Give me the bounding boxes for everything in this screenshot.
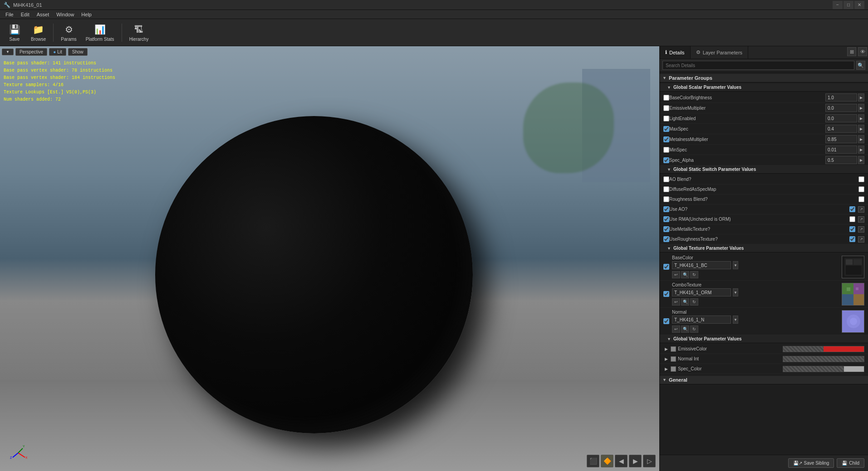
emissive-expand-icon[interactable]: ▶ [663,346,669,352]
min-spec-input[interactable] [825,146,857,154]
show-button[interactable]: Show [68,48,88,56]
menu-help[interactable]: Help [78,11,95,18]
normal-int-expand-icon[interactable]: ▶ [663,356,669,362]
normal-refresh-button[interactable]: ↻ [690,325,698,333]
use-ao-icon[interactable]: ↗ [858,206,864,213]
perspective-dropdown-button[interactable]: ▼ [2,49,14,55]
combo-texture-input[interactable] [672,288,731,296]
use-roughness-checkbox[interactable] [663,236,669,242]
use-metallic-checkbox[interactable] [663,226,669,232]
spec-alpha-input[interactable] [825,156,857,164]
perspective-button[interactable]: Perspective [15,48,47,56]
base-color-thumbnail[interactable] [842,256,864,278]
combo-reset-button[interactable]: ↩ [672,298,680,306]
roughness-blend-checkbox[interactable] [663,196,669,202]
use-roughness-switch[interactable] [849,236,855,242]
roughness-blend-switch[interactable] [858,196,864,202]
global-scalar-header[interactable]: ▼ Global Scalar Parameter Values [660,83,868,92]
lit-button[interactable]: ● Lit [49,48,66,56]
viewport-btn-5[interactable]: ▷ [643,455,656,467]
global-static-switch-header[interactable]: ▼ Global Static Switch Parameter Values [660,165,868,174]
panel-eye-button[interactable]: 👁 [858,47,867,56]
light-enabled-arrow[interactable]: ▶ [858,114,864,122]
minimize-button[interactable]: − [833,1,843,9]
spec-color-bar[interactable] [783,366,864,372]
tab-layer-parameters[interactable]: ⚙ Layer Parameters [691,46,748,58]
ao-blend-switch[interactable] [858,176,864,182]
combo-search-button[interactable]: 🔍 [681,298,689,306]
diffuse-red-checkbox[interactable] [663,186,669,192]
base-color-texture-arrow[interactable]: ▼ [733,261,738,269]
base-color-refresh-button[interactable]: ↻ [690,271,698,278]
menu-file[interactable]: File [2,11,17,18]
close-button[interactable]: ✕ [854,1,864,9]
base-color-texture-checkbox[interactable] [663,264,669,270]
global-texture-header[interactable]: ▼ Global Texture Parameter Values [660,244,868,252]
viewport-btn-1[interactable]: ⬛ [587,455,599,467]
normal-texture-checkbox[interactable] [663,318,669,324]
parameter-groups-header[interactable]: ▼ Parameter Groups [660,74,868,83]
normal-int-bar[interactable] [783,356,864,362]
normal-texture-arrow[interactable]: ▼ [733,316,738,324]
min-spec-checkbox[interactable] [663,147,669,153]
use-ao-checkbox[interactable] [663,206,669,212]
search-button[interactable]: 🔍 [856,61,865,70]
combo-thumbnail[interactable] [842,283,864,306]
viewport-btn-3[interactable]: ◀ [615,455,628,467]
base-color-brightness-arrow[interactable]: ▶ [858,93,864,102]
use-roughness-icon[interactable]: ↗ [858,236,864,243]
use-ao-switch[interactable] [849,206,855,212]
menu-asset[interactable]: Asset [33,11,53,18]
diffuse-red-switch[interactable] [858,186,864,192]
maximize-button[interactable]: □ [843,1,853,9]
base-color-brightness-input[interactable] [825,93,857,102]
general-header[interactable]: ▼ General [660,376,868,384]
params-button[interactable]: ⚙ Params [57,21,80,44]
spec-color-expand-icon[interactable]: ▶ [663,366,669,372]
metalness-multiplier-input[interactable] [825,135,857,143]
use-metallic-switch[interactable] [849,226,855,232]
max-spec-checkbox[interactable] [663,126,669,132]
emissive-multiplier-input[interactable] [825,104,857,112]
save-button[interactable]: 💾 Save [4,21,25,44]
base-color-reset-button[interactable]: ↩ [672,271,680,278]
combo-texture-arrow[interactable]: ▼ [733,288,738,296]
spec-alpha-arrow[interactable]: ▶ [858,156,864,164]
search-input[interactable] [662,61,854,70]
normal-reset-button[interactable]: ↩ [672,325,680,333]
browse-button[interactable]: 📁 Browse [27,21,49,44]
spec-alpha-checkbox[interactable] [663,157,669,163]
use-rma-checkbox[interactable] [663,216,669,222]
combo-refresh-button[interactable]: ↻ [690,298,698,306]
base-color-search-button[interactable]: 🔍 [681,271,689,278]
ao-blend-checkbox[interactable] [663,176,669,182]
global-vector-header[interactable]: ▼ Global Vector Parameter Values [660,335,868,343]
save-sibling-button[interactable]: 💾↗ Save Sibling [788,458,834,468]
menu-edit[interactable]: Edit [17,11,33,18]
normal-texture-input[interactable] [672,316,731,324]
normal-thumbnail[interactable] [842,310,864,333]
emissive-multiplier-checkbox[interactable] [663,105,669,111]
combo-texture-checkbox[interactable] [663,291,669,297]
min-spec-arrow[interactable]: ▶ [858,146,864,154]
base-color-texture-input[interactable] [672,261,731,269]
light-enabled-input[interactable] [825,114,857,122]
viewport-btn-4[interactable]: ▶ [629,455,642,467]
hierarchy-button[interactable]: 🏗 Hierarchy [126,21,152,44]
use-rma-switch[interactable] [849,216,855,222]
use-metallic-icon[interactable]: ↗ [858,226,864,233]
tab-details[interactable]: ℹ Details [660,46,691,58]
light-enabled-checkbox[interactable] [663,116,669,121]
use-rma-icon[interactable]: ↗ [858,216,864,223]
panel-grid-view-button[interactable]: ⊞ [847,47,856,56]
emissive-color-bar[interactable] [783,346,864,352]
max-spec-input[interactable] [825,125,857,133]
child-button[interactable]: 💾 Child [837,458,864,468]
menu-window[interactable]: Window [53,11,78,18]
metalness-multiplier-arrow[interactable]: ▶ [858,135,864,143]
viewport-btn-2[interactable]: 🔶 [601,455,613,467]
normal-search-button[interactable]: 🔍 [681,325,689,333]
platform-stats-button[interactable]: 📊 Platform Stats [82,21,118,44]
base-color-brightness-checkbox[interactable] [663,95,669,101]
emissive-multiplier-arrow[interactable]: ▶ [858,104,864,112]
